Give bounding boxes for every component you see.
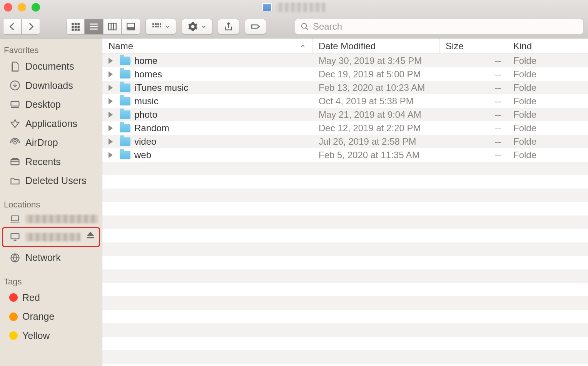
disclosure-triangle-icon[interactable] (109, 58, 113, 64)
svg-rect-17 (129, 28, 131, 30)
empty-row (102, 350, 588, 364)
grid-small-icon (152, 22, 162, 32)
svg-rect-12 (109, 23, 116, 30)
table-row[interactable]: photoMay 21, 2019 at 9:04 AM--Folde (102, 108, 588, 121)
window-controls (4, 3, 40, 12)
column-name-label: Name (109, 41, 133, 52)
svg-rect-15 (127, 23, 135, 28)
sidebar-item[interactable]: Applications (0, 114, 102, 134)
list-view-button[interactable] (85, 19, 103, 34)
cell-kind: Folde (507, 82, 588, 93)
file-name: web (134, 150, 151, 160)
svg-rect-1 (75, 23, 77, 25)
disclosure-triangle-icon[interactable] (109, 152, 113, 158)
back-button[interactable] (3, 19, 22, 34)
sidebar-item[interactable] (0, 211, 102, 227)
table-row[interactable]: RandomDec 12, 2019 at 2:20 PM--Folde (102, 121, 588, 135)
nav-group (3, 19, 40, 34)
table-row[interactable]: webFeb 5, 2020 at 11:35 AM--Folde (102, 148, 588, 162)
table-row[interactable]: iTunes musicFeb 13, 2020 at 10:23 AM--Fo… (102, 81, 588, 94)
globe-icon (9, 252, 21, 263)
tag-color-dot (9, 293, 18, 302)
empty-row (102, 337, 588, 350)
sidebar-item[interactable]: Deleted Users (0, 171, 102, 191)
sidebar-item[interactable] (2, 227, 100, 247)
cell-kind: Folde (507, 150, 588, 160)
sidebar-item[interactable]: AirDrop (0, 133, 102, 152)
table-row[interactable]: musicOct 4, 2019 at 5:38 PM--Folde (102, 94, 588, 108)
tag-color-dot (9, 331, 18, 340)
sidebar-item[interactable]: Yellow (0, 326, 102, 346)
search-field[interactable] (295, 19, 583, 34)
cell-name: photo (102, 109, 312, 120)
content: Name Date Modified Size Kind homeMay 30,… (102, 38, 588, 366)
zoom-window-button[interactable] (32, 3, 40, 12)
svg-rect-16 (127, 28, 129, 30)
sidebar-item[interactable]: Downloads (0, 76, 102, 95)
svg-rect-22 (157, 23, 159, 25)
close-window-button[interactable] (4, 3, 12, 12)
disclosure-triangle-icon[interactable] (109, 139, 113, 145)
eject-icon[interactable] (85, 230, 96, 245)
cell-date: Feb 5, 2020 at 11:35 AM (312, 150, 439, 160)
svg-rect-27 (160, 25, 161, 27)
sidebar-item-label: Orange (22, 309, 54, 324)
disclosure-triangle-icon[interactable] (109, 125, 113, 131)
icon-view-button[interactable] (66, 19, 85, 34)
arrange-button[interactable] (145, 19, 176, 34)
sidebar-item[interactable]: Red (0, 288, 102, 308)
table-row[interactable]: homesDec 19, 2019 at 5:00 PM--Folde (102, 67, 588, 81)
share-icon (224, 22, 234, 32)
sidebar-item[interactable]: Orange (0, 307, 102, 326)
column-size[interactable]: Size (439, 38, 507, 53)
folder-icon (120, 137, 130, 146)
search-input[interactable] (313, 21, 578, 32)
recents-icon (9, 156, 21, 167)
cell-size: -- (439, 136, 507, 147)
column-kind[interactable]: Kind (507, 38, 588, 53)
share-button[interactable] (218, 19, 239, 34)
svg-rect-40 (87, 237, 94, 238)
disclosure-triangle-icon[interactable] (109, 71, 113, 77)
empty-row (102, 269, 588, 283)
rows: homeMay 30, 2019 at 3:45 PM--FoldehomesD… (102, 54, 588, 366)
cell-kind: Folde (507, 109, 588, 120)
chevron-left-icon (7, 22, 17, 32)
cell-kind: Folde (507, 123, 588, 134)
sidebar-item[interactable]: Network (0, 248, 102, 267)
gallery-view-button[interactable] (122, 19, 140, 34)
column-view-button[interactable] (103, 19, 122, 34)
column-name[interactable]: Name (102, 38, 312, 53)
table-row[interactable]: homeMay 30, 2019 at 3:45 PM--Folde (102, 54, 588, 67)
minimize-window-button[interactable] (18, 3, 26, 12)
svg-rect-19 (134, 28, 135, 30)
forward-button[interactable] (22, 19, 40, 34)
chevron-right-icon (26, 22, 36, 32)
sidebar-item[interactable]: Documents (0, 57, 102, 76)
cell-name: Random (102, 123, 312, 134)
cell-size: -- (439, 96, 507, 107)
svg-rect-34 (11, 159, 19, 165)
sidebar-item[interactable]: Recents (0, 152, 102, 172)
cell-size: -- (439, 69, 507, 80)
column-date[interactable]: Date Modified (312, 38, 439, 53)
disclosure-triangle-icon[interactable] (109, 112, 113, 118)
svg-rect-31 (11, 102, 19, 106)
action-button[interactable] (182, 19, 212, 34)
cell-size: -- (439, 109, 507, 120)
tags-button[interactable] (245, 19, 266, 34)
column-headers: Name Date Modified Size Kind (102, 38, 588, 54)
svg-point-28 (302, 23, 307, 28)
svg-rect-20 (152, 23, 154, 25)
sidebar-item-label: Desktop (25, 97, 61, 112)
sidebar-item[interactable]: Desktop (0, 95, 102, 114)
cell-date: Jul 26, 2019 at 2:58 PM (312, 136, 439, 147)
svg-rect-35 (12, 216, 19, 221)
disclosure-triangle-icon[interactable] (109, 85, 113, 91)
file-name: homes (134, 69, 162, 80)
table-row[interactable]: videoJul 26, 2019 at 2:58 PM--Folde (102, 135, 588, 148)
disclosure-triangle-icon[interactable] (109, 98, 113, 104)
folder-icon (120, 70, 130, 79)
airdrop-icon (9, 137, 21, 148)
svg-rect-26 (157, 25, 159, 27)
